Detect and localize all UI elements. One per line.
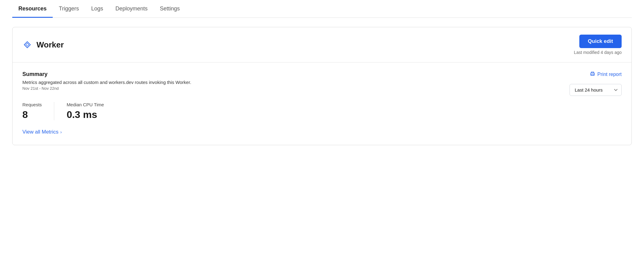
svg-point-2 xyxy=(594,74,594,74)
main-content: Worker Quick edit Last modified 4 days a… xyxy=(12,18,632,154)
worker-title: Worker xyxy=(36,40,64,50)
page-wrapper: Resources Triggers Logs Deployments Sett… xyxy=(0,0,644,276)
metric-requests: Requests 8 xyxy=(22,102,54,120)
print-report-link[interactable]: Print report xyxy=(590,71,622,78)
print-report-label: Print report xyxy=(597,72,622,77)
worker-title-group: Worker xyxy=(22,40,64,50)
view-all-metrics-label: View all Metrics xyxy=(22,129,59,135)
worker-header-right: Quick edit Last modified 4 days ago xyxy=(574,35,622,55)
view-all-metrics-link[interactable]: View all Metrics › xyxy=(22,129,622,135)
chevron-right-icon: › xyxy=(60,130,62,134)
quick-edit-button[interactable]: Quick edit xyxy=(579,35,622,48)
tab-deployments[interactable]: Deployments xyxy=(109,0,154,18)
summary-section: Summary Print report Met xyxy=(13,62,631,145)
metric-cpu-value: 0.3 ms xyxy=(67,109,104,120)
tab-resources[interactable]: Resources xyxy=(12,0,53,18)
metric-requests-value: 8 xyxy=(22,109,42,120)
last-modified-text: Last modified 4 days ago xyxy=(574,50,622,55)
svg-rect-1 xyxy=(591,74,594,75)
worker-header: Worker Quick edit Last modified 4 days a… xyxy=(13,27,631,62)
worker-icon xyxy=(22,40,32,50)
summary-controls: Last 24 hoursLast 7 daysLast 30 days xyxy=(22,84,622,96)
metric-cpu-time: Median CPU Time 0.3 ms xyxy=(67,102,116,120)
tab-settings[interactable]: Settings xyxy=(154,0,186,18)
summary-header: Summary Print report xyxy=(22,71,622,78)
metric-requests-label: Requests xyxy=(22,102,42,107)
print-icon xyxy=(590,71,595,78)
worker-card: Worker Quick edit Last modified 4 days a… xyxy=(12,27,632,145)
tab-triggers[interactable]: Triggers xyxy=(53,0,85,18)
time-range-select[interactable]: Last 24 hoursLast 7 daysLast 30 days xyxy=(570,84,622,96)
metrics-row: Requests 8 Median CPU Time 0.3 ms xyxy=(22,102,622,120)
summary-title: Summary xyxy=(22,71,48,78)
metric-cpu-label: Median CPU Time xyxy=(67,102,104,107)
nav-tabs: Resources Triggers Logs Deployments Sett… xyxy=(12,0,632,18)
tab-logs[interactable]: Logs xyxy=(85,0,109,18)
